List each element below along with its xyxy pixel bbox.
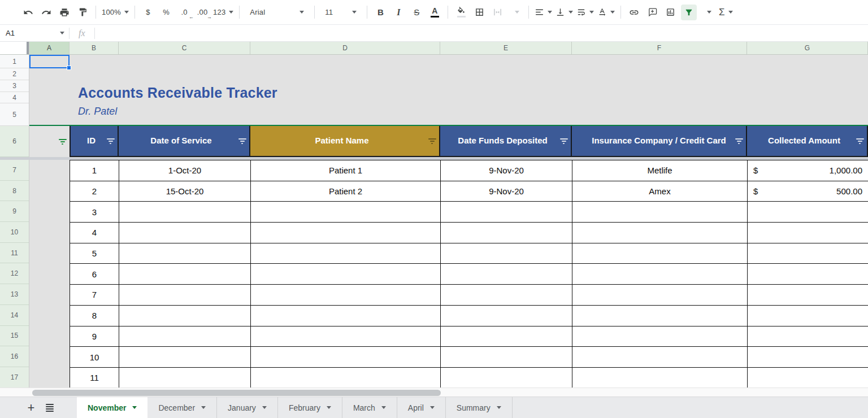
cell-id[interactable]: 5 [70, 243, 119, 264]
cell-insurance[interactable] [572, 223, 748, 243]
header-insurance[interactable]: Insurance Company / Credit Card [572, 126, 747, 157]
insert-comment-button[interactable] [645, 5, 659, 20]
cell-id[interactable]: 9 [70, 326, 119, 347]
row-header[interactable]: 9 [0, 201, 29, 222]
filter-dropdown[interactable] [700, 5, 715, 20]
select-all-corner[interactable] [0, 42, 29, 54]
cell-id[interactable]: 11 [70, 368, 119, 387]
header-date-of-service[interactable]: Date of Service [119, 126, 250, 157]
borders-button[interactable] [472, 5, 487, 20]
cell-collected-amount[interactable] [748, 202, 868, 223]
functions-select[interactable]: Σ [718, 5, 733, 20]
cell-collected-amount[interactable]: $1,000.00 [748, 160, 868, 181]
cell-date-of-service[interactable] [119, 223, 251, 243]
cell-insurance[interactable] [572, 202, 748, 223]
decrease-decimals-button[interactable]: .0← [177, 5, 192, 20]
filter-funnel-icon[interactable] [559, 138, 568, 144]
cell-date-deposited[interactable] [441, 264, 572, 285]
header-id[interactable]: ID [70, 126, 119, 157]
cell-insurance[interactable]: Amex [572, 181, 748, 202]
cell-collected-amount[interactable] [748, 347, 868, 368]
sheet-canvas[interactable]: Accounts Receivable Tracker Dr. Patel ID… [29, 55, 868, 387]
cell-date-deposited[interactable] [441, 368, 572, 387]
fill-color-button[interactable] [454, 5, 468, 20]
merge-cells-button[interactable] [490, 5, 505, 20]
frozen-row-divider[interactable] [0, 157, 868, 160]
cell-collected-amount[interactable] [748, 223, 868, 243]
add-sheet-button[interactable]: + [23, 397, 40, 418]
row-header[interactable]: 14 [0, 305, 29, 326]
cell-insurance[interactable] [572, 368, 748, 387]
cell-collected-amount[interactable] [748, 306, 868, 326]
paint-format-button[interactable] [75, 5, 90, 20]
increase-decimals-button[interactable]: .00→ [195, 5, 210, 20]
row-header[interactable]: 4 [0, 92, 29, 103]
cell-date-of-service[interactable] [119, 326, 251, 347]
cell-id[interactable]: 10 [70, 347, 119, 368]
row-header[interactable]: 10 [0, 222, 29, 243]
column-header[interactable]: D [250, 42, 440, 54]
row-header[interactable]: 15 [0, 326, 29, 347]
italic-button[interactable]: I [391, 5, 406, 20]
vertical-align-select[interactable] [555, 5, 573, 20]
cell-id[interactable]: 7 [70, 285, 119, 306]
cell-id[interactable]: 2 [70, 181, 119, 202]
cell-patient-name[interactable] [251, 202, 441, 223]
print-button[interactable] [57, 5, 72, 20]
cell-patient-name[interactable] [251, 326, 441, 347]
filter-funnel-icon[interactable] [238, 138, 246, 144]
cell-collected-amount[interactable] [748, 264, 868, 285]
cell-date-deposited[interactable] [441, 202, 572, 223]
column-header[interactable]: A [29, 42, 70, 54]
cell-date-deposited[interactable] [441, 347, 572, 368]
cell-date-of-service[interactable] [119, 202, 251, 223]
filter-funnel-icon[interactable] [58, 139, 67, 145]
cell-insurance[interactable] [572, 264, 748, 285]
font-family-select[interactable]: Arial [245, 5, 309, 20]
row-header[interactable]: 3 [0, 80, 29, 92]
format-currency-button[interactable]: $ [141, 5, 155, 20]
redo-button[interactable] [39, 5, 54, 20]
cell-patient-name[interactable] [251, 368, 441, 387]
text-color-button[interactable]: A [427, 5, 442, 20]
cell-insurance[interactable] [572, 326, 748, 347]
cell-patient-name[interactable] [251, 347, 441, 368]
cell-collected-amount[interactable] [748, 368, 868, 387]
more-formats-select[interactable]: 123 [213, 5, 233, 20]
column-header[interactable]: E [440, 42, 572, 54]
cell-date-deposited[interactable] [441, 223, 572, 243]
cell-id[interactable]: 6 [70, 264, 119, 285]
merge-cells-dropdown[interactable] [508, 5, 523, 20]
cell-date-of-service[interactable]: 1-Oct-20 [119, 160, 251, 181]
cell-insurance[interactable] [572, 306, 748, 326]
cell-patient-name[interactable]: Patient 2 [251, 181, 441, 202]
filter-funnel-icon[interactable] [735, 138, 743, 144]
row-header[interactable]: 16 [0, 346, 29, 367]
column-header[interactable]: B [70, 42, 119, 54]
cell-date-of-service[interactable] [119, 306, 251, 326]
row-header[interactable]: 5 [0, 103, 29, 126]
cell-insurance[interactable] [572, 347, 748, 368]
row-header[interactable]: 17 [0, 367, 29, 387]
cell-date-of-service[interactable] [119, 264, 251, 285]
fill-handle[interactable] [67, 66, 71, 70]
sheet-tab[interactable]: April [397, 397, 446, 418]
column-header[interactable]: C [119, 42, 250, 54]
cell-date-of-service[interactable] [119, 285, 251, 306]
row-header[interactable]: 8 [0, 181, 29, 202]
create-filter-button[interactable] [681, 5, 697, 20]
cell-date-deposited[interactable]: 9-Nov-20 [441, 160, 572, 181]
cell-insurance[interactable] [572, 243, 748, 264]
cell-id[interactable]: 8 [70, 306, 119, 326]
horizontal-align-select[interactable] [535, 5, 552, 20]
row-header[interactable]: 11 [0, 243, 29, 264]
horizontal-scrollbar-thumb[interactable] [32, 390, 441, 396]
filter-funnel-icon[interactable] [856, 138, 864, 144]
cell-date-of-service[interactable] [119, 243, 251, 264]
row-header[interactable]: 2 [0, 68, 29, 80]
zoom-select[interactable]: 100% [102, 5, 129, 20]
text-rotation-select[interactable] [597, 5, 615, 20]
all-sheets-button[interactable] [40, 397, 60, 418]
format-percent-button[interactable]: % [159, 5, 173, 20]
sheet-tab[interactable]: March [342, 397, 397, 418]
